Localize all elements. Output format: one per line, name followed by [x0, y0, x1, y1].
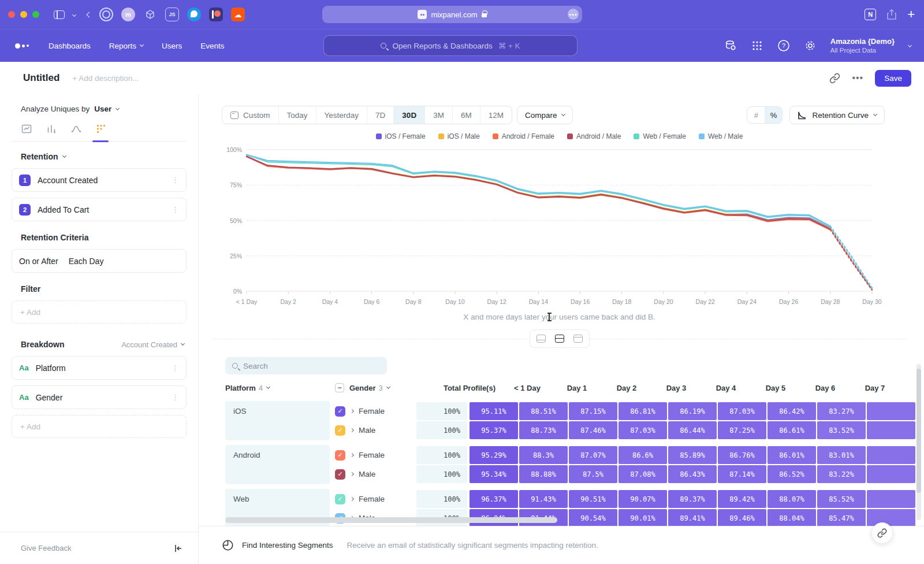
range-30d[interactable]: 30D [394, 106, 425, 124]
range-today[interactable]: Today [279, 106, 316, 124]
nav-dashboards[interactable]: Dashboards [49, 42, 91, 50]
retention-cell[interactable]: 85.52% [817, 490, 866, 508]
address-bar[interactable]: mixpanel.com ••• [322, 6, 582, 23]
gender-cell[interactable]: ✓Male [335, 469, 416, 480]
nav-users[interactable]: Users [162, 42, 182, 50]
retention-cell[interactable]: 91.43% [519, 490, 568, 508]
checkbox-android-female[interactable]: ✓ [335, 450, 345, 461]
checkbox-web-female[interactable]: ✓ [335, 494, 345, 504]
layout-split[interactable] [552, 332, 567, 345]
retention-cell[interactable]: 88.73% [519, 421, 568, 439]
criteria-value[interactable]: Each Day [69, 257, 104, 266]
retention-cell[interactable]: 86.19% [668, 402, 717, 420]
back-icon[interactable] [87, 12, 92, 17]
project-switcher[interactable]: Amazonia {Demo} All Project Data [830, 37, 895, 55]
retention-cell[interactable]: 87.5% [569, 465, 617, 483]
column-header-day-2[interactable]: Day 2 [602, 384, 651, 392]
range-yesterday[interactable]: Yesterday [316, 106, 368, 124]
column-header-day-1[interactable]: Day 1 [552, 384, 602, 392]
retention-cell[interactable]: 96.37% [470, 490, 518, 508]
retention-cell[interactable]: 88.88% [519, 465, 568, 483]
data-management-icon[interactable] [724, 39, 737, 52]
give-feedback-link[interactable]: Give Feedback [21, 544, 71, 552]
retention-cell[interactable]: 88.3% [519, 446, 568, 464]
retention-cell[interactable]: 83.22% [817, 465, 866, 483]
retention-cell[interactable]: 88.04% [767, 509, 816, 527]
chevron-right-icon[interactable] [350, 497, 354, 501]
criteria-condition[interactable]: On or After [19, 257, 58, 266]
breakdown-platform[interactable]: Aa Platform ⋮ [12, 356, 187, 380]
legend-item[interactable]: iOS / Male [438, 132, 480, 140]
retention-cell[interactable]: 90.01% [619, 509, 667, 527]
retention-cell[interactable]: 87.14% [718, 465, 766, 483]
retention-cell[interactable]: 86.43% [668, 465, 717, 483]
extension-cloud-icon[interactable]: ☁ [231, 8, 245, 21]
report-description-placeholder[interactable]: + Add description... [72, 74, 139, 83]
sidebar-toggle-icon[interactable] [54, 10, 65, 19]
kebab-menu-icon[interactable]: ⋮ [172, 396, 179, 399]
share-link-floating-button[interactable] [871, 522, 893, 544]
table-search-input[interactable]: Search [225, 357, 387, 374]
column-header-total-profile-s-[interactable]: Total Profile(s) [439, 384, 502, 392]
retention-line-chart[interactable]: 0%25%50%75%100%< 1 DayDay 2Day 4Day 6Day… [222, 144, 903, 308]
minimize-window-button[interactable] [20, 11, 27, 18]
retention-cell[interactable]: 86.61% [767, 421, 816, 439]
retention-step-1[interactable]: 1 Account Created ⋮ [12, 168, 187, 192]
analyze-value[interactable]: User [94, 105, 111, 113]
tab-retention[interactable] [94, 123, 108, 135]
gender-cell[interactable]: ✓Female [335, 406, 416, 417]
gender-cell[interactable]: ✓Female [335, 450, 416, 461]
retention-cell[interactable]: 87.03% [619, 421, 667, 439]
breakdown-gender[interactable]: Aa Gender ⋮ [12, 385, 187, 409]
collapse-sidebar-icon[interactable] [174, 544, 183, 552]
chevron-right-icon[interactable] [350, 472, 354, 476]
retention-cell[interactable]: 86.44% [668, 421, 717, 439]
checkbox-ios-male[interactable]: ✓ [335, 425, 345, 436]
retention-cell[interactable]: 90.51% [569, 490, 617, 508]
retention-cell[interactable]: 86.01% [767, 446, 816, 464]
retention-cell[interactable]: 89.37% [668, 490, 717, 508]
tab-insights[interactable] [20, 123, 33, 135]
retention-cell[interactable]: 87.15% [569, 402, 617, 420]
retention-cell[interactable]: 95.11% [470, 402, 518, 420]
apps-grid-icon[interactable] [751, 39, 763, 52]
compare-button[interactable]: Compare [517, 106, 573, 124]
extension-bird-icon[interactable] [187, 8, 201, 21]
extension-ring-icon[interactable] [99, 8, 113, 21]
unit-percent[interactable]: % [765, 107, 782, 123]
retention-cell[interactable]: 87.25% [718, 421, 766, 439]
kebab-menu-icon[interactable]: ⋮ [172, 366, 179, 370]
column-header-day-3[interactable]: Day 3 [651, 384, 701, 392]
retention-cell[interactable]: 85.47% [817, 509, 866, 527]
add-filter-button[interactable]: + Add [12, 300, 187, 324]
help-icon[interactable]: ? [777, 39, 790, 52]
chevron-right-icon[interactable] [350, 409, 354, 413]
column-header-day-5[interactable]: Day 5 [751, 384, 800, 392]
nav-reports[interactable]: Reports [109, 42, 143, 50]
tab-funnels[interactable] [44, 123, 58, 135]
legend-item[interactable]: Web / Male [699, 132, 743, 140]
notion-extension-icon[interactable]: N [865, 9, 876, 20]
new-tab-icon[interactable]: + [907, 8, 915, 21]
checkbox-android-male[interactable]: ✓ [335, 469, 345, 480]
legend-item[interactable]: Web / Female [634, 132, 685, 140]
range-6m[interactable]: 6M [453, 106, 480, 124]
retention-cell[interactable]: 83.01% [817, 446, 866, 464]
retention-cell[interactable]: 95.34% [470, 465, 518, 483]
layout-chart-only[interactable] [534, 332, 549, 345]
indeterminate-checkbox[interactable]: − [335, 383, 344, 392]
retention-cell[interactable]: 89.42% [718, 490, 766, 508]
extension-js-icon[interactable]: JS [165, 8, 179, 21]
kebab-menu-icon[interactable]: ⋮ [172, 208, 179, 212]
column-header-day-4[interactable]: Day 4 [701, 384, 751, 392]
retention-cell[interactable]: 86.81% [619, 402, 667, 420]
platform-label[interactable]: Android [225, 445, 330, 484]
tab-flows[interactable] [69, 123, 83, 135]
gender-cell[interactable]: ✓Male [335, 425, 416, 436]
retention-cell[interactable]: 88.51% [519, 402, 568, 420]
platform-label[interactable]: iOS [225, 401, 330, 440]
retention-step-2[interactable]: 2 Added To Cart ⋮ [12, 198, 187, 221]
gender-cell[interactable]: ✓Female [335, 494, 416, 504]
share-icon[interactable] [886, 9, 897, 20]
legend-item[interactable]: iOS / Female [376, 132, 426, 140]
